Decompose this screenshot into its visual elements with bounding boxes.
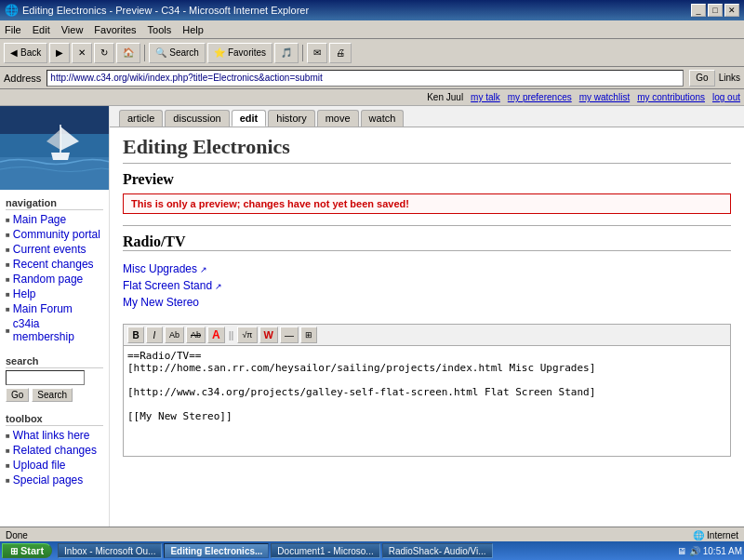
menu-bar: File Edit View Favorites Tools Help [0,20,744,39]
search-search-button[interactable]: Search [32,388,73,402]
sidebar-item-upload-file[interactable]: ■ Upload file [6,458,103,473]
ab-button[interactable]: Ab [165,327,184,343]
misc-upgrades-link[interactable]: Misc Upgrades [123,262,197,275]
big-a-button[interactable]: A [207,327,225,343]
home-icon: 🏠 [123,47,134,58]
maximize-button[interactable]: □ [708,4,723,17]
taskbar: ⊞ Start Inbox - Microsoft Ou... Editing … [0,541,744,560]
ie-toolbar: ◀ Back ▶ ✕ ↻ 🏠 🔍 Search ⭐ Favorites 🎵 ✉ … [0,39,744,67]
home-button[interactable]: 🏠 [116,43,140,63]
math-button[interactable]: √π [237,327,257,343]
menu-file[interactable]: File [5,24,21,35]
tab-history[interactable]: history [268,110,314,127]
minimize-button[interactable]: _ [691,4,706,17]
navigation-section: navigation ■ Main Page ■ Community porta… [0,190,109,348]
my-talk-link[interactable]: my talk [471,92,500,102]
sidebar-item-help[interactable]: ■ Help [6,287,103,301]
external-link-icon: ↗ [215,282,222,291]
bullet-icon: ■ [6,476,10,485]
search-title: search [6,355,103,368]
my-contributions-link[interactable]: my contributions [637,92,705,102]
search-input[interactable] [6,370,85,385]
external-link-icon: ↗ [200,265,207,274]
wiki-tabs: article discussion edit history move wat… [110,106,744,127]
mail-icon: ✉ [313,47,321,58]
status-zone: 🌐 Internet [693,530,738,540]
menu-favorites[interactable]: Favorites [94,24,136,35]
page-title: Editing Electronics [123,135,731,164]
my-watchlist-link[interactable]: my watchlist [579,92,630,102]
svg-rect-2 [0,157,109,190]
sidebar-item-c34ia-membership[interactable]: ■ c34ia membership [6,316,103,344]
globe-icon: 🌐 [693,530,704,540]
sidebar: navigation ■ Main Page ■ Community porta… [0,106,110,541]
print-button[interactable]: 🖨 [329,43,352,63]
sidebar-item-random-page[interactable]: ■ Random page [6,272,103,287]
forward-button[interactable]: ▶ [49,43,70,63]
sidebar-item-related-changes[interactable]: ■ Related changes [6,443,103,458]
wiki-button[interactable]: W [259,327,278,343]
refresh-button[interactable]: ↻ [94,43,114,63]
tab-move[interactable]: move [317,110,359,127]
separator [144,45,145,61]
bullet-icon: ■ [6,327,10,335]
search-go-button[interactable]: Go [6,388,29,402]
flat-screen-stand-link[interactable]: Flat Screen Stand [123,279,212,292]
tab-watch[interactable]: watch [361,110,405,127]
menu-tools[interactable]: Tools [148,24,172,35]
zone-label: Internet [707,530,738,540]
tab-article[interactable]: article [119,110,163,127]
italic-button[interactable]: I [146,327,163,343]
username-label: Ken Juul [427,92,463,102]
title-bar: 🌐 Editing Electronics - Preview - C34 - … [0,0,744,20]
address-input[interactable] [50,73,680,83]
sidebar-item-current-events[interactable]: ■ Current events [6,242,103,257]
section-title-radio-tv: Radio/TV [123,233,731,251]
menu-help[interactable]: Help [182,24,204,35]
log-out-link[interactable]: log out [712,92,740,102]
taskbar-item-editing[interactable]: Editing Electronics... [164,543,269,558]
bullet-icon: ■ [6,447,10,455]
media-button[interactable]: 🎵 [274,43,299,63]
clock-time: 10:51 AM [703,546,742,556]
stop-button[interactable]: ✕ [72,43,92,63]
browser-content: navigation ■ Main Page ■ Community porta… [0,106,744,541]
favorites-button[interactable]: ⭐ Favorites [207,43,272,63]
bullet-icon: ■ [6,461,10,470]
extra-button[interactable]: ⊞ [300,327,317,343]
taskbar-item-document[interactable]: Document1 - Microso... [271,543,379,558]
windows-icon: ⊞ [10,546,18,556]
sidebar-item-special-pages[interactable]: ■ Special pages [6,473,103,487]
links-button[interactable]: Links [719,73,740,83]
dash-button[interactable]: — [280,327,299,343]
editor-textarea[interactable]: ==Radio/TV== [http://home.san.rr.com/hey… [123,345,731,457]
search-button[interactable]: 🔍 Search [149,43,206,63]
mail-button[interactable]: ✉ [307,43,327,63]
menu-view[interactable]: View [61,24,84,35]
network-icon: 🖥 [677,546,686,556]
sidebar-item-recent-changes[interactable]: ■ Recent changes [6,257,103,272]
start-button[interactable]: ⊞ Start [2,543,52,558]
list-item: Flat Screen Stand ↗ [123,277,731,294]
close-button[interactable]: ✕ [724,4,739,17]
tab-discussion[interactable]: discussion [165,110,229,127]
my-preferences-link[interactable]: my preferences [508,92,572,102]
bold-button[interactable]: B [127,327,144,343]
tab-edit[interactable]: edit [232,110,267,127]
taskbar-item-radioshack[interactable]: RadioShack- Audio/Vi... [382,543,493,558]
ab2-button[interactable]: Ab [186,327,206,343]
star-icon: ⭐ [214,47,225,58]
my-new-stereo-link[interactable]: My New Stereo [123,296,199,309]
back-button[interactable]: ◀ Back [4,43,47,63]
print-icon: 🖨 [336,47,345,58]
bullet-icon: ■ [6,275,10,284]
menu-edit[interactable]: Edit [33,24,50,35]
go-button[interactable]: Go [689,70,714,87]
taskbar-item-inbox[interactable]: Inbox - Microsoft Ou... [58,543,162,558]
sidebar-item-community-portal[interactable]: ■ Community portal [6,227,103,242]
bullet-icon: ■ [6,290,10,299]
sidebar-item-main-forum[interactable]: ■ Main Forum [6,301,103,316]
sidebar-item-main-page[interactable]: ■ Main Page [6,212,103,227]
sidebar-item-what-links-here[interactable]: ■ What links here [6,428,103,443]
back-arrow-icon: ◀ [10,47,18,58]
